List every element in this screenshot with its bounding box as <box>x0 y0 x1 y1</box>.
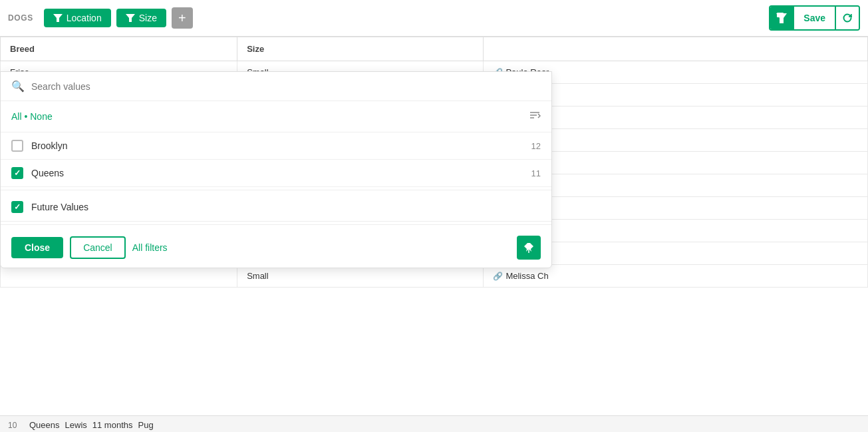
app-title: DOGS <box>8 13 33 23</box>
pin-icon <box>523 242 535 254</box>
funnel-icon-2 <box>126 13 135 23</box>
queens-count: 11 <box>531 168 541 178</box>
location-filter-label: Location <box>67 13 102 23</box>
sort-icon[interactable] <box>529 109 541 124</box>
brooklyn-checkbox[interactable] <box>11 140 23 152</box>
funnel-icon <box>53 13 63 23</box>
queens-checkbox[interactable] <box>11 167 23 179</box>
col-breed: Breed <box>1 37 237 61</box>
filter-buttons: Location Size + <box>44 7 770 29</box>
save-area: Save <box>769 5 860 31</box>
bottom-row-num: 10 <box>8 421 24 430</box>
save-filter-icon <box>776 12 788 24</box>
brooklyn-count: 12 <box>531 141 541 151</box>
location-filter-button[interactable]: Location <box>44 9 111 27</box>
main-content: Breed Size Frise Small 🔗Paula Rear Frise… <box>0 37 868 432</box>
action-row: Close Cancel All filters <box>1 228 551 268</box>
col-owner <box>484 37 868 61</box>
top-right-actions: Save <box>769 5 860 31</box>
divider <box>1 190 551 190</box>
refresh-button[interactable] <box>835 7 859 29</box>
queens-checkbox-left: Queens <box>11 167 64 179</box>
bottom-row: 10 Queens Lewis 11 months Pug <box>0 415 868 432</box>
size-filter-label: Size <box>139 13 157 23</box>
filter-dropdown: 🔍 All • None Brooklyn 12 <box>0 71 552 268</box>
save-button[interactable]: Save <box>794 9 835 27</box>
bottom-age: 11 months <box>92 420 133 430</box>
cancel-button[interactable]: Cancel <box>70 236 126 259</box>
top-bar: DOGS Location Size + Save <box>0 0 868 37</box>
queens-checkbox-row: Queens 11 <box>1 160 551 187</box>
pin-button[interactable] <box>517 236 541 260</box>
svg-marker-1 <box>126 14 135 22</box>
svg-rect-4 <box>780 19 783 23</box>
search-icon: 🔍 <box>11 80 25 93</box>
refresh-icon <box>842 13 853 23</box>
action-divider <box>1 224 551 225</box>
close-button[interactable]: Close <box>11 237 63 258</box>
all-none-toggle[interactable]: All • None <box>11 111 53 122</box>
save-icon-box <box>770 7 794 29</box>
queens-label: Queens <box>31 168 64 178</box>
search-row: 🔍 <box>1 72 551 101</box>
search-input[interactable] <box>31 81 541 92</box>
brooklyn-checkbox-left: Brooklyn <box>11 140 67 152</box>
bottom-name: Lewis <box>65 420 87 430</box>
all-none-row: All • None <box>1 101 551 132</box>
future-values-checkbox[interactable] <box>11 201 23 213</box>
link-icon: 🔗 <box>493 272 503 281</box>
brooklyn-label: Brooklyn <box>31 140 67 151</box>
svg-marker-0 <box>53 14 63 22</box>
col-size: Size <box>237 37 484 61</box>
future-values-row: Future Values <box>1 193 551 222</box>
add-filter-button[interactable]: + <box>172 7 193 29</box>
bottom-breed: Pug <box>138 420 154 430</box>
bottom-location: Queens <box>29 420 60 430</box>
future-values-label: Future Values <box>31 202 88 212</box>
all-filters-link[interactable]: All filters <box>132 242 168 253</box>
brooklyn-checkbox-row: Brooklyn 12 <box>1 132 551 160</box>
size-filter-button[interactable]: Size <box>116 9 166 27</box>
